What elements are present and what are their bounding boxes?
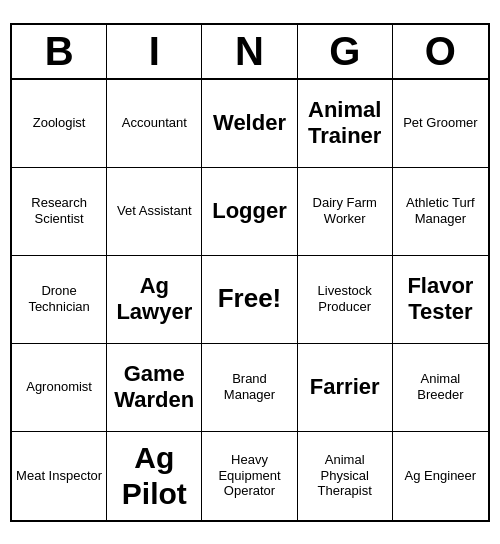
bingo-card: BINGO ZoologistAccountantWelderAnimal Tr… [10,23,490,522]
bingo-cell-3-1: Game Warden [107,344,202,432]
bingo-cell-2-1: Ag Lawyer [107,256,202,344]
bingo-cell-4-3: Animal Physical Therapist [298,432,393,520]
bingo-cell-3-3: Farrier [298,344,393,432]
bingo-cell-4-2: Heavy Equipment Operator [202,432,297,520]
bingo-cell-1-4: Athletic Turf Manager [393,168,488,256]
bingo-cell-3-0: Agronomist [12,344,107,432]
bingo-cell-4-0: Meat Inspector [12,432,107,520]
bingo-cell-0-3: Animal Trainer [298,80,393,168]
bingo-cell-0-2: Welder [202,80,297,168]
bingo-grid: ZoologistAccountantWelderAnimal TrainerP… [12,80,488,520]
bingo-header: BINGO [12,25,488,80]
header-letter-i: I [107,25,202,78]
bingo-cell-4-1: Ag Pilot [107,432,202,520]
bingo-cell-3-4: Animal Breeder [393,344,488,432]
bingo-cell-1-1: Vet Assistant [107,168,202,256]
bingo-cell-2-0: Drone Technician [12,256,107,344]
bingo-cell-0-4: Pet Groomer [393,80,488,168]
header-letter-g: G [298,25,393,78]
header-letter-n: N [202,25,297,78]
header-letter-b: B [12,25,107,78]
bingo-cell-3-2: Brand Manager [202,344,297,432]
bingo-cell-2-3: Livestock Producer [298,256,393,344]
bingo-cell-1-3: Dairy Farm Worker [298,168,393,256]
bingo-cell-1-0: Research Scientist [12,168,107,256]
bingo-cell-2-4: Flavor Tester [393,256,488,344]
header-letter-o: O [393,25,488,78]
bingo-cell-0-1: Accountant [107,80,202,168]
bingo-cell-1-2: Logger [202,168,297,256]
bingo-cell-4-4: Ag Engineer [393,432,488,520]
bingo-cell-2-2: Free! [202,256,297,344]
bingo-cell-0-0: Zoologist [12,80,107,168]
